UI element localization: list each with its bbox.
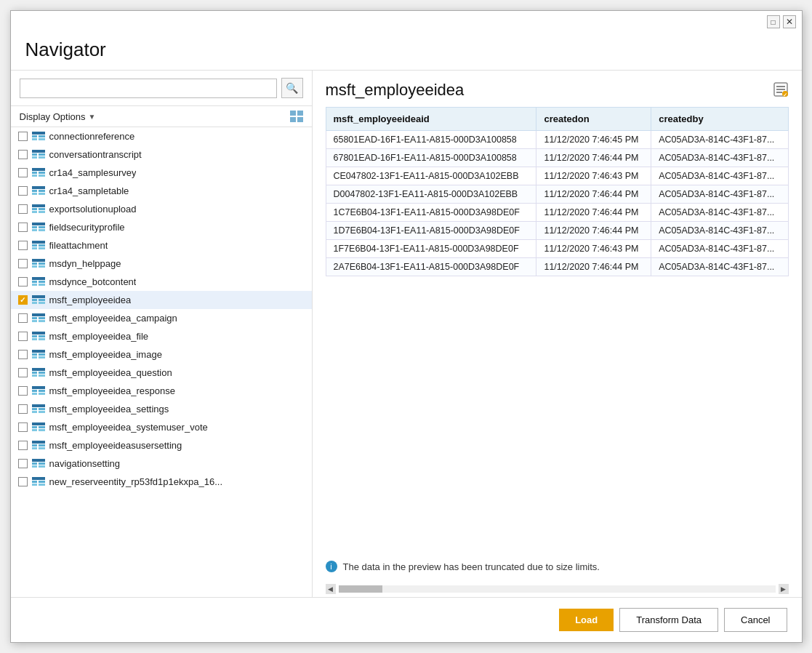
item-label: msft_employeeideasusersetting — [49, 440, 182, 451]
table-column-header: msft_employeeideaid — [326, 108, 536, 131]
item-label: msft_employeeidea_settings — [49, 404, 169, 414]
list-item[interactable]: msft_employeeidea_campaign — [11, 309, 312, 327]
item-checkbox[interactable] — [18, 150, 28, 159]
h-scrollbar-track[interactable] — [339, 585, 776, 593]
item-checkbox[interactable] — [18, 259, 28, 268]
item-checkbox[interactable] — [18, 241, 28, 250]
svg-rect-25 — [32, 208, 37, 210]
item-checkbox[interactable] — [18, 477, 28, 486]
svg-rect-105 — [776, 86, 785, 87]
close-button[interactable]: ✕ — [783, 15, 796, 28]
svg-rect-12 — [32, 156, 37, 159]
list-item[interactable]: msft_employeeidea_systemuser_vote — [11, 418, 312, 436]
svg-rect-71 — [39, 372, 45, 374]
item-checkbox[interactable] — [18, 404, 28, 414]
list-item[interactable]: exportsolutionupload — [11, 200, 312, 218]
main-content: 🔍 Display Options ▼ — [11, 70, 802, 597]
svg-rect-99 — [32, 477, 45, 480]
table-icon — [32, 386, 45, 396]
scroll-left-button[interactable]: ◀ — [326, 584, 336, 594]
footer: Load Transform Data Cancel — [11, 597, 802, 642]
item-checkbox[interactable] — [18, 422, 28, 432]
list-item[interactable]: msft_employeeidea_image — [11, 345, 312, 364]
item-checkbox[interactable] — [18, 204, 28, 214]
table-icon — [32, 150, 45, 160]
svg-rect-79 — [32, 404, 45, 407]
svg-rect-14 — [32, 168, 45, 171]
list-item[interactable]: cr1a4_samplesurvey — [11, 164, 312, 182]
svg-rect-95 — [32, 462, 37, 465]
list-item[interactable]: conversationtranscript — [11, 145, 312, 164]
svg-rect-28 — [39, 211, 45, 213]
item-checkbox[interactable] — [18, 313, 28, 323]
search-input[interactable] — [20, 79, 277, 98]
table-cell: 11/12/2020 7:46:44 PM — [536, 258, 651, 276]
list-item[interactable]: msdynce_botcontent — [11, 273, 312, 291]
scroll-right-button[interactable]: ▶ — [779, 584, 789, 594]
svg-rect-100 — [32, 481, 37, 483]
svg-rect-11 — [39, 153, 45, 156]
list-item[interactable]: fieldsecurityprofile — [11, 218, 312, 236]
svg-rect-107 — [776, 92, 782, 93]
transform-data-button[interactable]: Transform Data — [619, 608, 718, 632]
table-icon — [32, 422, 45, 433]
svg-rect-53 — [39, 302, 45, 304]
svg-rect-76 — [39, 390, 45, 392]
table-icon — [32, 477, 45, 487]
svg-rect-65 — [32, 353, 37, 356]
item-checkbox[interactable] — [18, 350, 28, 359]
svg-rect-67 — [32, 356, 37, 358]
preview-options-icon[interactable]: ✓ — [773, 81, 789, 100]
item-checkbox[interactable] — [18, 186, 28, 196]
display-options-button[interactable]: Display Options ▼ — [20, 111, 96, 122]
item-label: exportsolutionupload — [49, 204, 137, 215]
item-label: msft_employeeidea_question — [49, 367, 172, 378]
svg-rect-9 — [32, 150, 45, 153]
load-button[interactable]: Load — [559, 609, 614, 631]
svg-rect-7 — [32, 138, 37, 140]
list-item[interactable]: msdyn_helppage — [11, 255, 312, 273]
list-item[interactable]: msft_employeeideasusersetting — [11, 436, 312, 454]
table-row: 67801EAD-16F1-EA11-A815-000D3A10085811/1… — [326, 149, 788, 167]
item-checkbox[interactable] — [18, 459, 28, 468]
svg-rect-47 — [32, 284, 37, 286]
list-item[interactable]: msft_employeeidea_response — [11, 382, 312, 400]
search-button[interactable]: 🔍 — [281, 78, 303, 98]
svg-rect-87 — [32, 429, 37, 431]
list-item[interactable]: new_reserveentity_rp53fd1p1ekxpa_16... — [11, 473, 312, 491]
preview-title: msft_employeeidea — [326, 81, 465, 100]
item-checkbox[interactable] — [18, 386, 28, 396]
h-scrollbar-thumb[interactable] — [339, 585, 382, 593]
list-item[interactable]: navigationsetting — [11, 454, 312, 473]
item-checkbox[interactable] — [18, 277, 28, 287]
item-checkbox[interactable] — [18, 441, 28, 450]
view-icon-button[interactable] — [290, 111, 303, 122]
item-checkbox[interactable] — [18, 332, 28, 341]
svg-rect-62 — [32, 338, 37, 340]
list-item[interactable]: msft_employeeidea_file — [11, 327, 312, 345]
list-item[interactable]: msft_employeeidea_question — [11, 364, 312, 382]
preview-header: msft_employeeidea ✓ — [313, 71, 802, 107]
list-item[interactable]: connectionreference — [11, 127, 312, 145]
item-checkbox[interactable] — [18, 168, 28, 177]
item-checkbox[interactable] — [18, 295, 28, 305]
minimize-button[interactable]: □ — [767, 15, 780, 28]
svg-rect-21 — [39, 190, 45, 192]
svg-rect-92 — [32, 447, 37, 449]
item-checkbox[interactable] — [18, 368, 28, 377]
list-item[interactable]: cr1a4_sampletable — [11, 182, 312, 200]
list-item[interactable]: msft_employeeidea_settings — [11, 400, 312, 418]
item-checkbox[interactable] — [18, 223, 28, 232]
svg-rect-33 — [39, 229, 45, 231]
list-item[interactable]: fileattachment — [11, 236, 312, 255]
table-cell: AC05AD3A-814C-43F1-87... — [651, 149, 788, 167]
item-checkbox[interactable] — [18, 132, 28, 141]
svg-rect-77 — [32, 393, 37, 395]
svg-rect-17 — [32, 175, 37, 177]
table-icon — [32, 295, 45, 305]
item-label: conversationtranscript — [49, 149, 142, 160]
table-cell: AC05AD3A-814C-43F1-87... — [651, 222, 788, 240]
cancel-button[interactable]: Cancel — [724, 608, 787, 632]
list-item[interactable]: msft_employeeidea — [11, 291, 312, 309]
svg-text:✓: ✓ — [783, 92, 787, 97]
